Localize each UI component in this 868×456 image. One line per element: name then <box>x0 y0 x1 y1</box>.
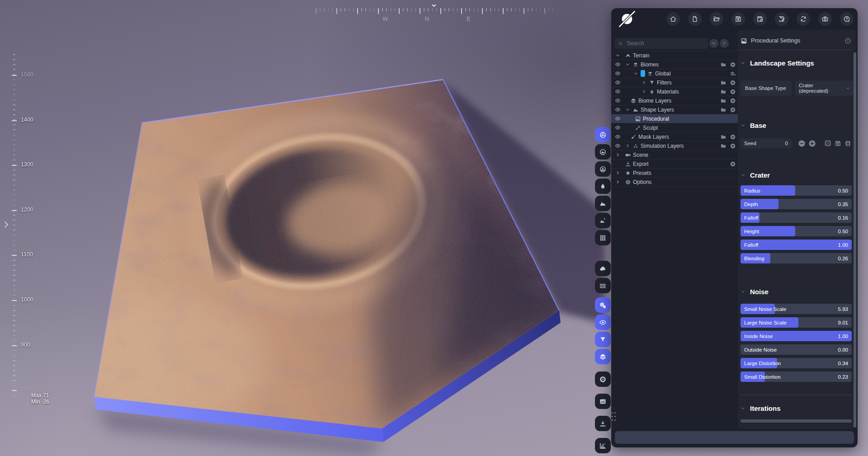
add-button-icon[interactable] <box>730 80 736 86</box>
vertical-scrollbar[interactable] <box>854 52 856 428</box>
new-file-button[interactable] <box>688 12 702 26</box>
slider-radius[interactable]: Radius0.50 <box>741 185 852 196</box>
tree-expander[interactable] <box>615 170 623 176</box>
visibility-eye-toggle[interactable] <box>615 80 623 85</box>
slider-inside-noise[interactable]: Inside Noise1.00 <box>741 331 852 341</box>
tree-item-biome-layers[interactable]: Biome Layers <box>611 96 740 105</box>
toolbar-layers-button[interactable] <box>595 349 611 364</box>
toolbar-chart-button[interactable] <box>595 438 611 453</box>
slider-outside-noise[interactable]: Outside Noise0.00 <box>741 344 852 355</box>
add-button-icon[interactable] <box>730 98 736 104</box>
toolbar-filter-button[interactable] <box>595 332 611 347</box>
tree-item-filters[interactable]: Filters <box>611 78 740 87</box>
add-button-icon[interactable] <box>730 134 736 140</box>
tree-item-simulation-layers[interactable]: Simulation Layers <box>611 141 740 150</box>
tree-expander[interactable] <box>633 71 639 76</box>
tree-item-options[interactable]: Options <box>611 178 740 187</box>
home-button[interactable] <box>666 12 680 26</box>
visibility-eye-toggle[interactable] <box>615 61 623 67</box>
section-noise[interactable]: Noise <box>741 287 769 296</box>
toolbar-c-mountain-button[interactable] <box>595 144 611 160</box>
compass-bar[interactable]: WNE <box>295 5 566 25</box>
folder-button-icon[interactable] <box>720 61 726 68</box>
toolbar-drop-button[interactable] <box>595 179 611 194</box>
reload-button[interactable] <box>797 12 810 26</box>
section-base[interactable]: Base <box>741 121 766 129</box>
preset-library-icon[interactable] <box>844 140 851 147</box>
base-shape-type-dropdown[interactable]: Crater (deprecated) <box>795 80 854 96</box>
toolbar-eye-button[interactable] <box>595 315 611 330</box>
tree-item-export[interactable]: Export <box>611 160 740 169</box>
add-button-icon[interactable] <box>730 61 736 68</box>
slider-large-distortion[interactable]: Large Distortion0.34 <box>741 358 852 368</box>
toolbar-scene-button[interactable] <box>595 213 611 228</box>
panel-toggle-icon[interactable] <box>844 38 851 44</box>
visibility-eye-toggle[interactable] <box>615 89 623 94</box>
visibility-eye-toggle[interactable] <box>615 98 623 103</box>
folder-button-icon[interactable] <box>720 134 726 140</box>
toolbar-mountain-button[interactable] <box>595 196 611 211</box>
toolbar-grid-button[interactable] <box>595 230 611 245</box>
tree-expander[interactable] <box>625 61 631 67</box>
visibility-eye-toggle[interactable] <box>615 107 623 113</box>
tree-item-terrain[interactable]: Terrain <box>611 51 740 60</box>
tree-expander[interactable] <box>641 80 647 85</box>
toolbar-wheel-button[interactable] <box>595 127 611 142</box>
toolbar-download-button[interactable] <box>595 416 611 431</box>
slider-depth[interactable]: Depth0.35 <box>741 199 852 209</box>
screenshot-button[interactable] <box>818 12 832 26</box>
tree-item-biomes[interactable]: Biomes <box>611 60 740 69</box>
slider-large-noise-scale[interactable]: Large Noise Scale9.01 <box>741 317 852 328</box>
tree-item-global[interactable]: Global <box>611 69 740 78</box>
section-landscape-settings[interactable]: Landscape Settings <box>741 59 814 67</box>
save-preset-icon[interactable] <box>835 140 841 147</box>
slider-falloff[interactable]: Falloff0.16 <box>741 212 852 223</box>
seed-decrement-icon[interactable] <box>797 139 806 148</box>
visibility-eye-toggle[interactable] <box>615 143 623 149</box>
help-button[interactable] <box>840 12 854 26</box>
search-input[interactable] <box>626 40 705 47</box>
tree-expander[interactable] <box>641 89 647 94</box>
toolbar-cloud-button[interactable] <box>595 261 611 276</box>
add-button-icon[interactable] <box>730 143 736 149</box>
tree-item-sculpt[interactable]: Sculpt <box>611 123 740 132</box>
tree-expander[interactable] <box>615 52 623 58</box>
tree-expander[interactable] <box>615 152 623 158</box>
toolbar-gears-button[interactable] <box>595 297 611 313</box>
slider-falloff[interactable]: Falloff1.00 <box>741 240 852 250</box>
add-button-icon[interactable] <box>730 89 736 95</box>
expand-left-panel-chevron[interactable] <box>4 221 9 229</box>
visibility-eye-toggle[interactable] <box>615 116 623 122</box>
tree-item-scene[interactable]: Scene <box>611 150 740 160</box>
folder-button-icon[interactable] <box>720 98 726 104</box>
folder-button-icon[interactable] <box>720 80 726 86</box>
visibility-eye-toggle[interactable] <box>615 125 623 131</box>
tree-item-procedural[interactable]: Procedural <box>611 114 740 123</box>
tree-item-materials[interactable]: Materials <box>611 87 740 96</box>
tree-expander[interactable] <box>625 107 631 113</box>
section-iterations[interactable]: Iterations <box>741 404 781 412</box>
section-crater[interactable]: Crater <box>741 171 770 179</box>
save-as-button[interactable] <box>753 12 767 26</box>
slider-small-distortion[interactable]: Small Distortion0.23 <box>741 371 852 382</box>
slider-blending[interactable]: Blending0.26 <box>741 253 852 263</box>
seed-increment-icon[interactable] <box>808 139 816 148</box>
folder-button-icon[interactable] <box>720 143 726 149</box>
toolbar-c-mountain2-button[interactable] <box>595 161 611 177</box>
tree-item-presets[interactable]: Presets <box>611 169 740 178</box>
search-box[interactable] <box>615 38 708 49</box>
folder-button-icon[interactable] <box>720 107 726 113</box>
visibility-eye-toggle[interactable] <box>615 71 623 76</box>
randomize-seed-dice-icon[interactable] <box>824 140 831 147</box>
tree-item-shape-layers[interactable]: Shape Layers <box>611 105 740 114</box>
toolbar-record-button[interactable] <box>595 371 611 387</box>
open-file-button[interactable] <box>710 12 723 26</box>
folder-button-icon[interactable] <box>720 89 726 95</box>
horizontal-scrollbar[interactable] <box>741 419 852 423</box>
panel-resize-handle[interactable] <box>612 412 616 426</box>
slider-small-noise-scale[interactable]: Small Noise Scale5.93 <box>741 304 852 314</box>
add-button-icon[interactable] <box>730 161 736 167</box>
seed-field[interactable]: Seed 0 <box>741 138 792 148</box>
search-prev-button[interactable] <box>709 39 718 48</box>
save-button[interactable] <box>731 12 745 26</box>
